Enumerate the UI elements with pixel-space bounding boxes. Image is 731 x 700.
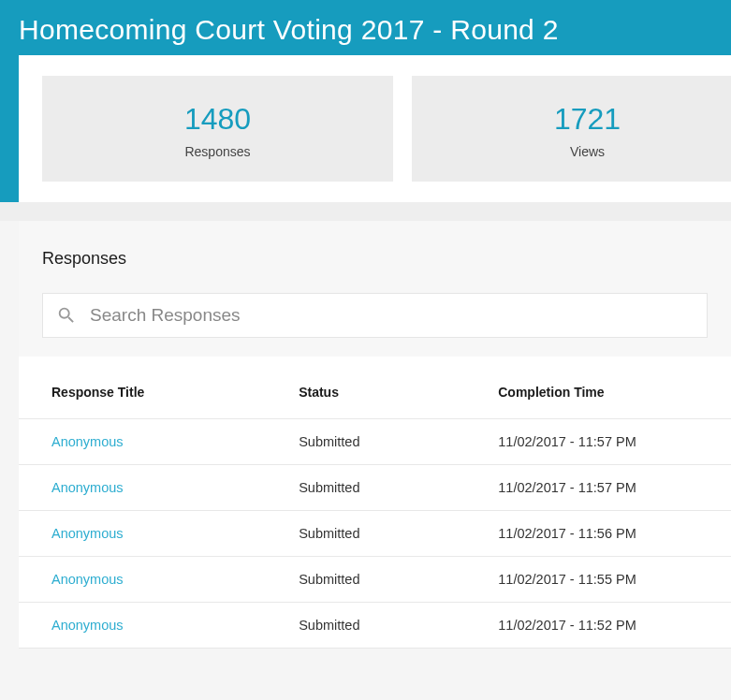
table-header-row: Response Title Status Completion Time [19, 357, 731, 419]
stats-card: 1480 Responses 1721 Views [19, 55, 731, 202]
stat-box-views: 1721 Views [412, 76, 731, 182]
status-cell: Submitted [289, 603, 489, 649]
completion-cell: 11/02/2017 - 11:57 PM [489, 419, 731, 465]
completion-cell: 11/02/2017 - 11:55 PM [489, 557, 731, 603]
table-row: Anonymous Submitted 11/02/2017 - 11:52 P… [19, 603, 731, 649]
search-input[interactable] [90, 305, 694, 326]
table-row: Anonymous Submitted 11/02/2017 - 11:55 P… [19, 557, 731, 603]
responses-table: Response Title Status Completion Time An… [19, 357, 731, 649]
completion-cell: 11/02/2017 - 11:56 PM [489, 511, 731, 557]
stats-container: 1480 Responses 1721 Views [0, 55, 731, 202]
table-row: Anonymous Submitted 11/02/2017 - 11:57 P… [19, 419, 731, 465]
column-header-title[interactable]: Response Title [19, 357, 289, 419]
column-header-status[interactable]: Status [289, 357, 489, 419]
table-row: Anonymous Submitted 11/02/2017 - 11:57 P… [19, 465, 731, 511]
status-cell: Submitted [289, 419, 489, 465]
table-row: Anonymous Submitted 11/02/2017 - 11:56 P… [19, 511, 731, 557]
response-link[interactable]: Anonymous [51, 618, 124, 633]
section-gap [0, 202, 731, 221]
table-body: Anonymous Submitted 11/02/2017 - 11:57 P… [19, 419, 731, 649]
stat-value: 1721 [421, 102, 731, 137]
status-cell: Submitted [289, 557, 489, 603]
page-title: Homecoming Court Voting 2017 - Round 2 [19, 14, 712, 46]
responses-title: Responses [42, 249, 708, 269]
responses-header: Responses [19, 221, 731, 357]
stat-value: 1480 [51, 102, 384, 137]
response-link[interactable]: Anonymous [51, 434, 124, 449]
column-header-completion[interactable]: Completion Time [489, 357, 731, 419]
responses-section: Responses Response Title Status Completi… [19, 221, 731, 649]
response-link[interactable]: Anonymous [51, 526, 124, 541]
completion-cell: 11/02/2017 - 11:57 PM [489, 465, 731, 511]
stat-label: Responses [51, 144, 384, 159]
search-icon [56, 305, 77, 326]
stat-box-responses: 1480 Responses [42, 76, 393, 182]
status-cell: Submitted [289, 511, 489, 557]
search-wrapper[interactable] [42, 293, 708, 338]
responses-table-container: Response Title Status Completion Time An… [19, 357, 731, 649]
response-link[interactable]: Anonymous [51, 480, 124, 495]
completion-cell: 11/02/2017 - 11:52 PM [489, 603, 731, 649]
response-link[interactable]: Anonymous [51, 572, 124, 587]
stat-label: Views [421, 144, 731, 159]
header-bar: Homecoming Court Voting 2017 - Round 2 [0, 0, 731, 55]
status-cell: Submitted [289, 465, 489, 511]
